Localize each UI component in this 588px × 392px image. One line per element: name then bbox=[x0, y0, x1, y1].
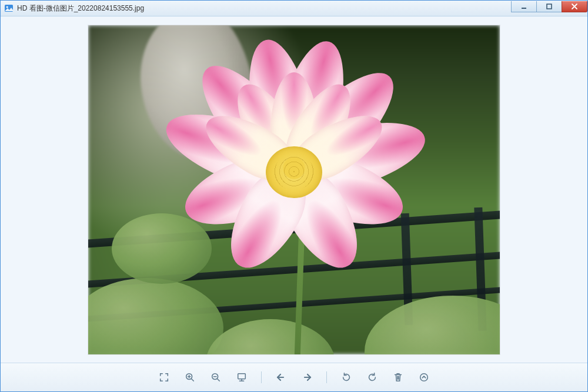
displayed-image bbox=[88, 25, 500, 354]
titlebar: HD 看图 - 微信图片_20220824153555.jpg bbox=[1, 1, 587, 16]
file-name: 微信图片_20220824153555.jpg bbox=[46, 4, 144, 14]
image-viewport[interactable] bbox=[1, 16, 587, 363]
image-flower-center bbox=[266, 146, 322, 198]
image-leaf bbox=[112, 213, 212, 284]
next-button[interactable] bbox=[299, 370, 315, 385]
svg-rect-2 bbox=[522, 8, 526, 9]
app-name: HD 看图 bbox=[17, 4, 44, 14]
svg-point-1 bbox=[6, 6, 8, 8]
toolbar-separator bbox=[261, 371, 262, 383]
more-button[interactable] bbox=[416, 370, 432, 385]
zoom-out-button[interactable] bbox=[208, 370, 223, 385]
fit-screen-button[interactable] bbox=[156, 370, 172, 385]
toolbar-separator bbox=[326, 371, 327, 383]
app-window: HD 看图 - 微信图片_20220824153555.jpg bbox=[0, 0, 588, 392]
svg-point-7 bbox=[420, 374, 428, 381]
rotate-ccw-button[interactable] bbox=[339, 370, 354, 385]
previous-button[interactable] bbox=[273, 370, 289, 385]
zoom-in-button[interactable] bbox=[182, 370, 198, 385]
svg-rect-6 bbox=[238, 374, 246, 379]
maximize-button[interactable] bbox=[536, 1, 562, 12]
minimize-button[interactable] bbox=[511, 1, 537, 12]
window-controls bbox=[512, 1, 587, 12]
rotate-cw-button[interactable] bbox=[365, 370, 380, 385]
svg-rect-3 bbox=[547, 4, 552, 9]
close-button[interactable] bbox=[562, 1, 587, 12]
slideshow-button[interactable] bbox=[234, 370, 249, 385]
delete-button[interactable] bbox=[390, 370, 406, 385]
image-flower bbox=[294, 172, 295, 173]
app-icon bbox=[4, 4, 14, 13]
toolbar bbox=[1, 363, 587, 391]
